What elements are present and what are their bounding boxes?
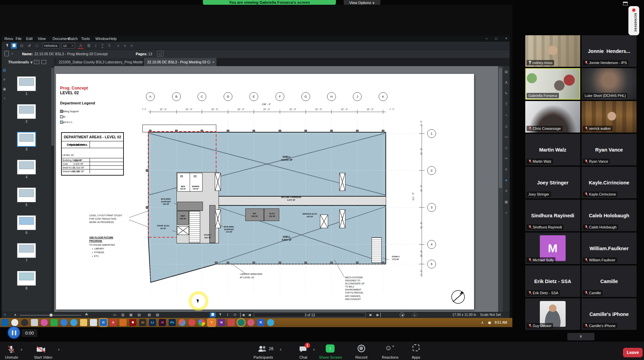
app-icon[interactable] [238,319,245,326]
scale-readout[interactable]: Scale Not Set [480,313,501,317]
mic-muted-icon[interactable] [7,344,16,354]
canvas-scrollbar-thumb[interactable] [499,68,502,188]
app-icon[interactable] [178,319,186,326]
reactions-label[interactable]: Reactions [377,355,404,359]
participants-label[interactable]: Participants [247,355,280,359]
last-page-icon[interactable]: ▶ [375,313,381,317]
photos-icon[interactable] [90,319,97,326]
file-explorer-icon[interactable] [80,319,87,326]
tool-grid-icon[interactable]: # [504,189,509,194]
underline-button[interactable]: T [99,43,106,49]
app-icon[interactable] [247,319,254,326]
fit-page-icon[interactable]: ▨ [155,313,160,317]
tool-note-icon[interactable]: T [504,102,509,107]
tool-pen-icon[interactable]: ✎ [504,91,509,96]
chat-chevron[interactable]: ∧ [313,348,315,351]
zoom-slider-knob[interactable] [50,314,53,317]
tool-text-icon[interactable]: A [504,80,509,85]
app-icon[interactable]: T [208,319,215,326]
app-icon[interactable] [41,319,48,326]
tray-expand-icon[interactable]: ∧ [481,319,484,326]
zoom-mode-icon[interactable] [232,313,237,317]
acrobat-icon[interactable]: ✱ [129,319,136,326]
grid-layout-icon[interactable]: ▦ [128,313,134,317]
align-center-icon[interactable]: ≡ [122,43,128,49]
participant-tile-caleb-holobaugh[interactable]: Caleb Holobaugh Caleb Holobaugh [582,200,637,231]
search-icon[interactable] [11,319,18,326]
page-thumbnail-6[interactable] [17,215,36,230]
bold-button[interactable]: B [86,43,92,49]
participant-tile-erik-dietz[interactable]: Erik Dietz - SSA Erik Dietz - SSA [525,265,580,297]
indesign-icon[interactable]: Id [159,319,166,326]
single-page-layout-icon[interactable]: ▭ [112,313,117,317]
participant-tile-chris-cowansage[interactable]: Chris Cowansage [525,101,580,133]
record-icon[interactable] [358,345,365,352]
leave-button[interactable]: Leave [623,348,643,357]
pan-hand-tool-icon[interactable] [11,43,17,49]
menu-document[interactable]: Document [53,36,70,42]
align-left-icon[interactable]: ≡ [115,43,121,49]
unmute-label[interactable]: Unmute [0,355,23,359]
participant-tile-kayle-cirrincione[interactable]: Kayle.Cirrincione Kayle.Cirrincione [582,167,637,198]
apps-icon[interactable] [413,344,419,351]
tray-network-icon[interactable]: ▣ [488,319,491,326]
participant-tile-william-faulkner[interactable]: William.Faulkner William.Faulkner [582,233,637,264]
font-size-select[interactable]: 12∨ [61,43,75,48]
tool-sync-icon[interactable]: ● [504,178,509,183]
panel-search-icon[interactable]: ○ [2,96,7,101]
menu-revu[interactable]: Revu [4,36,13,42]
start-video-label[interactable]: Start Video [29,355,58,359]
strikethrough-button[interactable]: T [106,43,112,49]
outlook-icon[interactable]: O [100,319,107,326]
thumbnails-scrollbar-thumb[interactable] [51,68,54,146]
app-icon[interactable]: A [110,319,117,326]
participant-tile-verrick-walker[interactable]: verrick walker [582,101,637,133]
video-options-chevron[interactable]: ∧ [58,348,60,351]
participant-tile-sindhura-rayinedi[interactable]: Sindhura Rayinedi Sindhura Rayinedi [525,200,580,231]
mic-options-chevron[interactable]: ∧ [20,348,23,351]
lightroom-icon[interactable]: Lr [149,319,156,326]
thumbnails-panel-title[interactable]: Thumbnails ∨ [8,59,33,65]
page-thumbnail-4[interactable] [17,160,36,175]
zoom-in-icon[interactable] [85,313,88,315]
app-icon[interactable] [267,319,274,326]
panel-thumbnails-icon[interactable]: ▤ [2,68,7,73]
page-icon-caret[interactable]: ∨ [11,50,13,58]
participants-chevron[interactable]: ∧ [280,348,282,351]
close-button[interactable]: × [503,36,510,42]
app-icon[interactable] [228,319,235,326]
page-thumbnail-8[interactable] [17,271,36,286]
menu-tools[interactable]: Tools [81,36,90,42]
menu-edit[interactable]: Edit [26,36,33,42]
page-thumbnail-3-selected[interactable] [17,132,36,147]
menu-view[interactable]: View [38,36,46,42]
participant-tile-camilles-iphone[interactable]: Camille's iPhone Camille's iPhone [582,298,637,330]
participant-tile-luke-short[interactable]: Luke Short (DCHHS PHL) [582,68,637,100]
select-tool-icon[interactable] [4,43,11,49]
menu-help[interactable]: Help [109,36,117,42]
tool-measure-icon[interactable]: ▦ [504,200,509,204]
align-right-icon[interactable]: ≡ [129,43,135,49]
page-number-field[interactable]: 3 of 13 [254,313,366,317]
participant-tile-michael-sully[interactable]: M Michael Sully [525,233,580,264]
tool-properties-icon[interactable]: ▤ [504,69,509,74]
page-icon[interactable] [4,51,9,56]
cortana-icon[interactable] [21,319,28,326]
forward-view-icon[interactable]: ▶ [413,313,417,317]
page-thumbnail-7[interactable] [17,243,36,258]
maximize-button[interactable]: □ [492,36,500,42]
italic-button[interactable]: I [93,43,99,49]
tool-diamond-icon[interactable]: ◇ [504,145,509,150]
new-page-button[interactable]: ▢ [157,51,164,57]
participant-tile-ryan-vance[interactable]: Ryan Vance Ryan Vance [582,134,637,165]
onenote-icon[interactable]: N [218,319,225,326]
video-off-icon[interactable] [36,345,46,354]
minimize-button[interactable]: – [483,36,490,42]
tool-check-icon[interactable]: ✓ [504,211,509,215]
participant-tile-gabriella-fonseca[interactable]: Gabriella Fonseca [525,68,580,100]
first-page-icon[interactable]: ◀ [240,313,246,317]
illustrator-icon[interactable]: Ai [139,319,146,326]
reactions-icon[interactable]: ☺+ [385,344,394,352]
task-view-icon[interactable] [31,319,38,326]
share-screen-icon[interactable]: ↑ [326,344,335,353]
